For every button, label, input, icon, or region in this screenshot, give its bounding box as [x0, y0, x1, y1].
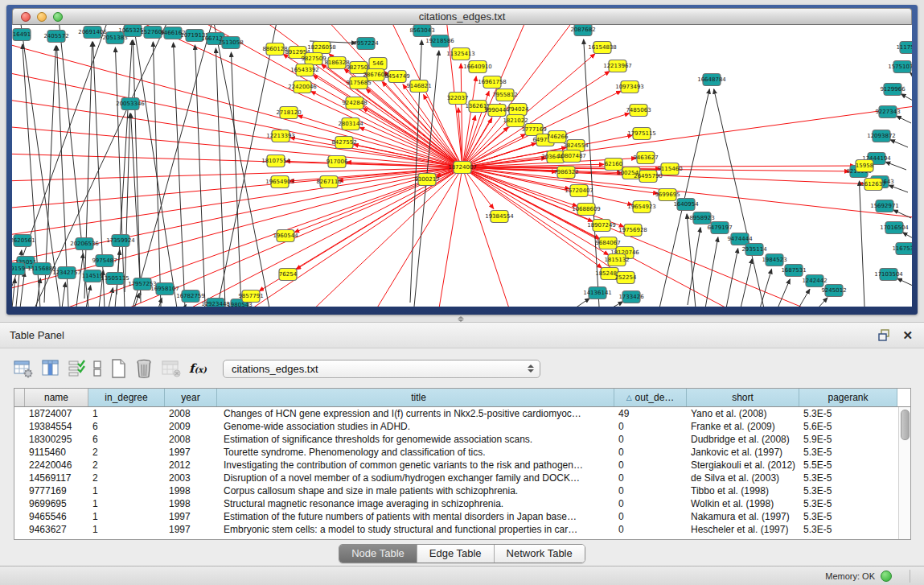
table-row[interactable]: 1938455462009Genome-wide association stu… [14, 420, 910, 433]
graph-node[interactable]: 794024 [507, 104, 529, 116]
graph-node[interactable]: 9975487 [92, 255, 117, 267]
graph-node[interactable]: 15751074 [888, 61, 912, 73]
table-cell[interactable]: 5.3E-5 [799, 472, 897, 484]
table-cell[interactable]: Stergiakouli et al. (2012) [687, 459, 799, 471]
table-cell[interactable]: 0 [614, 485, 687, 496]
table-cell[interactable]: 1 [88, 511, 165, 522]
table-cell[interactable]: 1998 [165, 485, 217, 496]
graph-node[interactable]: 16961758 [478, 76, 507, 89]
graph-node[interactable]: 12923448 [201, 299, 230, 307]
graph-node[interactable]: 9245012 [821, 285, 846, 297]
table-cell[interactable]: 1 [88, 524, 165, 535]
table-cell[interactable]: Corpus callosum shape and size in male p… [217, 485, 614, 496]
table-cell[interactable]: 18724007 [25, 408, 88, 419]
table-cell[interactable]: 5.3E-5 [799, 524, 897, 535]
graph-node[interactable]: 15958 [856, 160, 873, 172]
table-cell[interactable]: 5.3E-5 [799, 485, 897, 496]
table-row[interactable]: 1872400712008Changes of HCN gene express… [14, 407, 910, 420]
table-cell[interactable]: 2009 [165, 421, 217, 432]
table-row[interactable]: 977716911998Corpus callosum shape and si… [14, 484, 910, 497]
graph-node[interactable]: 9242848 [342, 97, 367, 109]
graph-node[interactable]: 17975115 [627, 128, 656, 140]
table-cell[interactable]: Jankovic et al. (1997) [687, 447, 799, 458]
graph-node[interactable]: 62160 [605, 159, 622, 171]
graph-node[interactable]: 1687531 [781, 265, 806, 277]
column-header-short[interactable]: short [687, 389, 799, 406]
graph-node[interactable]: 16640910 [463, 61, 492, 73]
table-cell[interactable]: Changes of HCN gene expression and I(f) … [217, 408, 614, 419]
table-settings-button[interactable] [13, 357, 34, 380]
memory-status-icon[interactable] [881, 571, 892, 582]
table-cell[interactable]: 1997 [165, 524, 217, 535]
graph-node[interactable]: 9990444 [484, 105, 510, 117]
table-cell[interactable]: 9777169 [25, 485, 88, 496]
table-cell[interactable]: Embryonic stem cells: a model to study s… [217, 524, 614, 535]
graph-node[interactable]: 9857791 [238, 290, 263, 303]
network-canvas[interactable]: 1649124055722069140620513831065325715276… [12, 25, 912, 307]
graph-node[interactable]: 18107554 [261, 155, 290, 167]
network-window-titlebar[interactable]: citations_edges.txt [12, 8, 912, 25]
graph-node[interactable]: 1640954 [673, 199, 699, 211]
minimize-window-button[interactable] [37, 12, 47, 22]
graph-node[interactable]: 9227343 [875, 106, 900, 118]
graph-node[interactable]: 7513058 [218, 37, 243, 49]
table-cell[interactable]: 0 [614, 472, 687, 484]
table-cell[interactable]: 5.3E-5 [799, 511, 897, 522]
graph-node[interactable]: 22420046 [288, 81, 317, 93]
graph-node[interactable]: 9300217 [414, 174, 439, 186]
table-cell[interactable]: 2008 [165, 408, 217, 419]
graph-node[interactable]: 9463627 [633, 152, 658, 164]
graph-node[interactable]: 7955812 [492, 89, 517, 101]
float-panel-icon[interactable] [878, 329, 891, 341]
graph-node[interactable]: 8454749 [384, 71, 409, 83]
table-cell[interactable]: Structural magnetic resonance image aver… [217, 498, 614, 509]
table-cell[interactable]: 0 [614, 511, 687, 522]
row-height-button[interactable] [92, 357, 102, 380]
delete-column-trash-button[interactable] [134, 357, 154, 380]
table-cell[interactable]: Genome-wide association studies in ADHD. [217, 421, 614, 432]
table-cell[interactable]: 19384554 [25, 421, 88, 432]
graph-node[interactable]: 8563043 [409, 25, 434, 37]
graph-node[interactable]: 9827509 [301, 53, 326, 65]
graph-node[interactable]: 14136141 [583, 287, 612, 299]
graph-node[interactable]: 9146821 [406, 80, 431, 93]
table-row[interactable]: 946362711997Embryonic stem cells: a mode… [14, 523, 910, 536]
table-cell[interactable]: 0 [614, 498, 687, 509]
new-table-button[interactable] [109, 357, 127, 380]
graph-node[interactable]: 17103504 [874, 269, 903, 281]
graph-node[interactable]: 1733426 [618, 291, 644, 303]
network-graph[interactable]: 1649124055722069140620513831065325715276… [12, 25, 912, 307]
graph-node[interactable]: 7986322 [553, 167, 578, 179]
graph-node[interactable]: 1815132 [604, 254, 629, 266]
column-header-pagerank[interactable]: pagerank [799, 389, 897, 406]
table-select-dropdown[interactable]: citations_edges.txt [223, 360, 540, 378]
graph-node[interactable]: 18226058 [307, 42, 336, 54]
table-row[interactable]: 969969511998Structural magnetic resonanc… [14, 497, 910, 510]
graph-node[interactable]: 8267110 [316, 176, 341, 188]
graph-node[interactable]: 39159 [12, 263, 25, 275]
graph-node[interactable]: 2405572 [43, 31, 68, 43]
graph-node[interactable]: 2803144 [338, 118, 363, 130]
column-header-out_de[interactable]: △out_de… [614, 389, 687, 406]
table-cell[interactable]: 5.3E-5 [799, 498, 897, 509]
table-cell[interactable]: Disruption of a novel member of a sodium… [217, 472, 614, 484]
graph-node[interactable]: 1612637 [860, 179, 885, 191]
graph-node[interactable]: 2620561 [12, 235, 35, 247]
table-row[interactable]: 2242004622012Investigating the contribut… [14, 459, 910, 472]
table-cell[interactable]: Estimation of the future numbers of pati… [217, 511, 614, 522]
table-cell[interactable]: Hescheler et al. (1997) [687, 524, 799, 535]
table-cell[interactable]: 1997 [165, 511, 217, 522]
table-cell[interactable]: Franke et al. (2009) [687, 421, 799, 432]
table-cell[interactable]: 2 [88, 447, 165, 458]
column-header-title[interactable]: title [217, 389, 614, 406]
graph-node[interactable]: 2718120 [276, 107, 301, 119]
graph-node[interactable]: 1167531 [892, 243, 912, 255]
table-cell[interactable]: 9699695 [25, 498, 88, 509]
close-window-button[interactable] [21, 12, 31, 22]
graph-node[interactable]: 1821022 [503, 115, 528, 127]
graph-node[interactable]: 17016504 [880, 222, 909, 234]
tab-network-table[interactable]: Network Table [494, 545, 585, 562]
table-cell[interactable]: Wolkin et al. (1998) [687, 498, 799, 509]
table-scrollbar[interactable] [898, 407, 910, 539]
panel-divider-handle[interactable] [456, 316, 466, 321]
